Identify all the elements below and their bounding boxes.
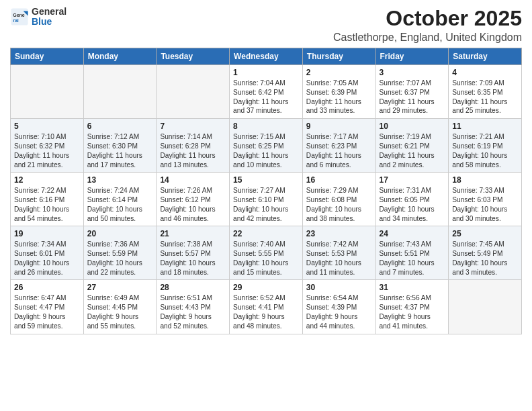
day-info: Sunrise: 7:43 AMSunset: 5:51 PMDaylight:… <box>380 240 445 277</box>
day-info: Sunrise: 7:22 AMSunset: 6:16 PMDaylight:… <box>14 186 80 223</box>
page-container: Gene ral General Blue October 2025 Castl… <box>0 0 532 338</box>
calendar-week-row: 19Sunrise: 7:34 AMSunset: 6:01 PMDayligh… <box>11 226 522 280</box>
day-number: 30 <box>306 283 372 292</box>
calendar-cell <box>157 65 230 119</box>
logo: Gene ral General Blue <box>10 7 66 28</box>
col-friday: Friday <box>375 48 449 65</box>
day-info: Sunrise: 7:19 AMSunset: 6:21 PMDaylight:… <box>380 132 445 169</box>
day-number: 23 <box>306 229 372 238</box>
day-number: 10 <box>380 122 445 131</box>
day-info: Sunrise: 7:15 AMSunset: 6:25 PMDaylight:… <box>233 132 299 169</box>
calendar-cell: 27Sunrise: 6:49 AMSunset: 4:45 PMDayligh… <box>83 280 157 334</box>
day-number: 16 <box>306 175 372 185</box>
day-number: 5 <box>14 122 80 131</box>
calendar-cell: 9Sunrise: 7:17 AMSunset: 6:23 PMDaylight… <box>302 119 375 173</box>
calendar-cell: 22Sunrise: 7:40 AMSunset: 5:55 PMDayligh… <box>230 226 303 280</box>
svg-text:ral: ral <box>13 19 19 24</box>
calendar-cell: 31Sunrise: 6:56 AMSunset: 4:37 PMDayligh… <box>375 280 449 334</box>
day-number: 18 <box>452 175 518 185</box>
day-info: Sunrise: 7:10 AMSunset: 6:32 PMDaylight:… <box>14 132 80 169</box>
day-number: 12 <box>14 175 80 185</box>
calendar-cell: 5Sunrise: 7:10 AMSunset: 6:32 PMDaylight… <box>11 119 84 173</box>
calendar-cell: 11Sunrise: 7:21 AMSunset: 6:19 PMDayligh… <box>449 119 522 173</box>
day-number: 31 <box>380 283 445 292</box>
calendar-week-row: 5Sunrise: 7:10 AMSunset: 6:32 PMDaylight… <box>11 119 522 173</box>
day-number: 4 <box>452 68 518 77</box>
day-info: Sunrise: 7:33 AMSunset: 6:03 PMDaylight:… <box>452 186 518 223</box>
day-number: 26 <box>14 283 80 292</box>
calendar-cell: 4Sunrise: 7:09 AMSunset: 6:35 PMDaylight… <box>449 65 522 119</box>
calendar-week-row: 26Sunrise: 6:47 AMSunset: 4:47 PMDayligh… <box>11 280 522 334</box>
calendar-cell: 10Sunrise: 7:19 AMSunset: 6:21 PMDayligh… <box>375 119 449 173</box>
logo-text: General Blue <box>32 7 66 28</box>
subtitle: Castlethorpe, England, United Kingdom <box>333 32 522 44</box>
calendar-cell: 20Sunrise: 7:36 AMSunset: 5:59 PMDayligh… <box>83 226 157 280</box>
col-monday: Monday <box>83 48 157 65</box>
calendar-cell: 12Sunrise: 7:22 AMSunset: 6:16 PMDayligh… <box>11 173 84 226</box>
day-info: Sunrise: 7:31 AMSunset: 6:05 PMDaylight:… <box>380 186 445 223</box>
calendar-cell: 14Sunrise: 7:26 AMSunset: 6:12 PMDayligh… <box>157 173 230 226</box>
calendar-cell: 15Sunrise: 7:27 AMSunset: 6:10 PMDayligh… <box>230 173 303 226</box>
day-number: 22 <box>233 229 299 238</box>
day-number: 20 <box>87 229 153 238</box>
day-number: 19 <box>14 229 80 238</box>
day-info: Sunrise: 7:40 AMSunset: 5:55 PMDaylight:… <box>233 240 299 277</box>
calendar-cell <box>449 280 522 334</box>
day-info: Sunrise: 7:05 AMSunset: 6:39 PMDaylight:… <box>306 79 372 116</box>
day-number: 25 <box>452 229 518 238</box>
day-number: 21 <box>160 229 226 238</box>
header: Gene ral General Blue October 2025 Castl… <box>10 7 522 44</box>
day-info: Sunrise: 7:29 AMSunset: 6:08 PMDaylight:… <box>306 186 372 223</box>
calendar-header-row: Sunday Monday Tuesday Wednesday Thursday… <box>11 48 522 65</box>
day-number: 7 <box>160 122 226 131</box>
day-number: 17 <box>380 175 445 185</box>
day-info: Sunrise: 6:47 AMSunset: 4:47 PMDaylight:… <box>14 293 80 330</box>
calendar-cell: 23Sunrise: 7:42 AMSunset: 5:53 PMDayligh… <box>302 226 375 280</box>
day-info: Sunrise: 6:51 AMSunset: 4:43 PMDaylight:… <box>160 293 226 330</box>
main-title: October 2025 <box>333 7 522 30</box>
day-number: 13 <box>87 175 153 185</box>
calendar-cell <box>11 65 84 119</box>
day-info: Sunrise: 7:14 AMSunset: 6:28 PMDaylight:… <box>160 132 226 169</box>
day-info: Sunrise: 7:09 AMSunset: 6:35 PMDaylight:… <box>452 79 518 116</box>
day-number: 9 <box>306 122 372 131</box>
calendar-cell: 13Sunrise: 7:24 AMSunset: 6:14 PMDayligh… <box>83 173 157 226</box>
calendar-cell: 24Sunrise: 7:43 AMSunset: 5:51 PMDayligh… <box>375 226 449 280</box>
day-number: 27 <box>87 283 153 292</box>
logo-general: General <box>32 7 66 17</box>
col-sunday: Sunday <box>11 48 84 65</box>
day-info: Sunrise: 7:45 AMSunset: 5:49 PMDaylight:… <box>452 240 518 277</box>
col-tuesday: Tuesday <box>157 48 230 65</box>
day-info: Sunrise: 7:42 AMSunset: 5:53 PMDaylight:… <box>306 240 372 277</box>
calendar-cell: 19Sunrise: 7:34 AMSunset: 6:01 PMDayligh… <box>11 226 84 280</box>
col-wednesday: Wednesday <box>230 48 303 65</box>
day-info: Sunrise: 6:52 AMSunset: 4:41 PMDaylight:… <box>233 293 299 330</box>
day-number: 15 <box>233 175 299 185</box>
day-number: 14 <box>160 175 226 185</box>
calendar-week-row: 12Sunrise: 7:22 AMSunset: 6:16 PMDayligh… <box>11 173 522 226</box>
calendar-cell: 28Sunrise: 6:51 AMSunset: 4:43 PMDayligh… <box>157 280 230 334</box>
calendar-cell: 7Sunrise: 7:14 AMSunset: 6:28 PMDaylight… <box>157 119 230 173</box>
calendar-cell: 30Sunrise: 6:54 AMSunset: 4:39 PMDayligh… <box>302 280 375 334</box>
calendar-cell: 1Sunrise: 7:04 AMSunset: 6:42 PMDaylight… <box>230 65 303 119</box>
calendar-cell: 2Sunrise: 7:05 AMSunset: 6:39 PMDaylight… <box>302 65 375 119</box>
calendar-cell: 18Sunrise: 7:33 AMSunset: 6:03 PMDayligh… <box>449 173 522 226</box>
logo-blue: Blue <box>32 17 66 27</box>
calendar-cell: 26Sunrise: 6:47 AMSunset: 4:47 PMDayligh… <box>11 280 84 334</box>
col-saturday: Saturday <box>449 48 522 65</box>
day-info: Sunrise: 7:24 AMSunset: 6:14 PMDaylight:… <box>87 186 153 223</box>
day-info: Sunrise: 7:38 AMSunset: 5:57 PMDaylight:… <box>160 240 226 277</box>
calendar-cell <box>83 65 157 119</box>
day-info: Sunrise: 7:04 AMSunset: 6:42 PMDaylight:… <box>233 79 299 116</box>
calendar-cell: 21Sunrise: 7:38 AMSunset: 5:57 PMDayligh… <box>157 226 230 280</box>
calendar-cell: 17Sunrise: 7:31 AMSunset: 6:05 PMDayligh… <box>375 173 449 226</box>
day-number: 3 <box>380 68 445 77</box>
calendar-cell: 6Sunrise: 7:12 AMSunset: 6:30 PMDaylight… <box>83 119 157 173</box>
title-block: October 2025 Castlethorpe, England, Unit… <box>333 7 522 44</box>
day-info: Sunrise: 7:07 AMSunset: 6:37 PMDaylight:… <box>380 79 445 116</box>
day-number: 6 <box>87 122 153 131</box>
logo-icon: Gene ral <box>10 7 29 26</box>
day-number: 24 <box>380 229 445 238</box>
col-thursday: Thursday <box>302 48 375 65</box>
calendar-cell: 3Sunrise: 7:07 AMSunset: 6:37 PMDaylight… <box>375 65 449 119</box>
